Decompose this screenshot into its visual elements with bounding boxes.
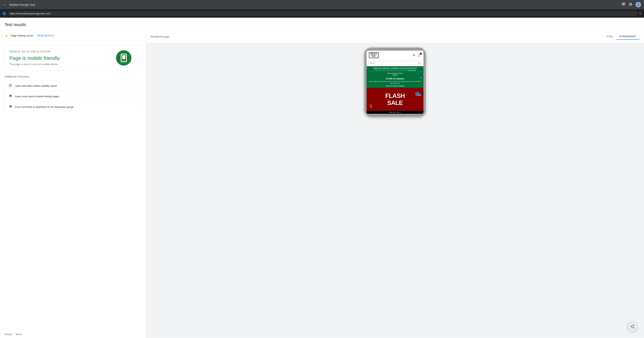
resource-text-discuss: Post comments or questions to our discus… bbox=[15, 106, 73, 108]
dicks-search: 🔍 bbox=[368, 61, 422, 65]
right-panel: Rendered page HTML SCREENSHOT DICK'S SPO… bbox=[146, 30, 644, 338]
resource-text-learn: Learn more about mobile-friendly pages bbox=[15, 95, 59, 98]
svg-rect-3 bbox=[122, 55, 125, 59]
toolbar: ← Mobile-Friendly Test bbox=[0, 0, 644, 9]
learn-more-link[interactable]: LEARN MORE bbox=[408, 69, 416, 71]
url-input[interactable] bbox=[8, 11, 638, 16]
cart-icon[interactable]: 🛒 0 bbox=[417, 53, 421, 57]
flash-person: 🏃 bbox=[368, 104, 374, 109]
phone-device: DICK'S SPORTING GOODS ☰ 🛒 0 bbox=[364, 48, 426, 117]
learn-icon bbox=[9, 94, 12, 98]
back-button[interactable]: ← bbox=[3, 2, 7, 7]
content-split: Page loading issues VIEW DETAILS Tested … bbox=[0, 30, 644, 338]
page-footer: Privacy Terms bbox=[0, 331, 26, 338]
phone-area: DICK'S SPORTING GOODS ☰ 🛒 0 bbox=[146, 43, 644, 338]
resource-list: Open site-wide mobile usability report L… bbox=[4, 80, 141, 112]
dicks-shipping-banner: FREE SHIPPING ON $49+ DETAILS bbox=[366, 72, 424, 76]
left-panel: Page loading issues VIEW DETAILS Tested … bbox=[0, 30, 146, 338]
result-status: Page is mobile friendly bbox=[10, 55, 102, 61]
resource-item-discuss[interactable]: Post comments or questions to our discus… bbox=[5, 102, 141, 112]
flash-sale-title: FLASH SALE bbox=[385, 92, 405, 106]
page-title: Test results bbox=[4, 22, 640, 30]
dicks-search-icon[interactable]: 🔍 bbox=[418, 62, 420, 64]
result-description: This page is easy to use on a mobile dev… bbox=[10, 63, 102, 66]
toolbar-icons bbox=[622, 2, 641, 7]
page-header: Test results bbox=[0, 18, 644, 30]
phone-screen: DICK'S SPORTING GOODS ☰ 🛒 0 bbox=[366, 51, 424, 114]
rendered-header: Rendered page HTML SCREENSHOT bbox=[146, 30, 644, 43]
rendered-page-title: Rendered page bbox=[151, 35, 169, 38]
svg-point-0 bbox=[638, 3, 639, 4]
flash-shoe: 👟 bbox=[415, 89, 422, 96]
resource-item-usability[interactable]: Open site-wide mobile usability report bbox=[5, 81, 141, 91]
dicks-header: DICK'S SPORTING GOODS ☰ 🛒 0 bbox=[366, 51, 424, 60]
dicks-logo: DICK'S SPORTING GOODS bbox=[369, 52, 378, 58]
additional-resources: Additional resources Open site-wide mobi… bbox=[4, 75, 141, 112]
view-details-link[interactable]: VIEW DETAILS bbox=[37, 34, 54, 37]
covid-title: COVID-19 Updates bbox=[368, 77, 422, 80]
alert-text: Page loading issues bbox=[11, 34, 33, 37]
apps-icon[interactable] bbox=[629, 2, 632, 7]
dicks-flash-sale: 🏃 FLASH SALE 👟 bbox=[366, 88, 424, 111]
mobile-friendly-icon bbox=[116, 50, 132, 66]
cart-badge: 0 bbox=[420, 53, 422, 55]
additional-resources-title: Additional resources bbox=[4, 75, 141, 78]
dicks-curbside-banner: ORDER ANYTIME WITH CURBSIDE CONTACTLESS … bbox=[366, 66, 424, 72]
resource-text-usability: Open site-wide mobile usability report bbox=[15, 84, 57, 87]
result-icon-area bbox=[106, 45, 141, 70]
toolbar-title: Mobile-Friendly Test bbox=[9, 3, 620, 6]
result-card: Tested on: Jun 11, 2020 at 12:15 AM Page… bbox=[4, 45, 141, 70]
result-info: Tested on: Jun 11, 2020 at 12:15 AM Page… bbox=[5, 45, 106, 70]
covid-close-button[interactable]: ✕ bbox=[420, 77, 422, 79]
dicks-covid-banner: ✕ COVID-19 Updates Order anytime with cu… bbox=[366, 76, 424, 88]
url-bar: 🌐 ↻ bbox=[0, 9, 644, 18]
hamburger-icon[interactable]: ☰ bbox=[413, 53, 415, 57]
covid-text: Order anytime with curbside contactless … bbox=[368, 81, 422, 84]
dicks-one-day: ONE DAY ONLY bbox=[366, 111, 424, 114]
covid-link[interactable]: Details and Further Information bbox=[368, 85, 422, 86]
resource-item-learn[interactable]: Learn more about mobile-friendly pages bbox=[5, 91, 141, 102]
discuss-icon bbox=[9, 105, 12, 109]
tab-html[interactable]: HTML bbox=[604, 33, 616, 40]
warning-icon bbox=[4, 33, 8, 37]
terms-link[interactable]: Terms bbox=[15, 333, 22, 336]
result-date: Tested on: Jun 11, 2020 at 12:15 AM bbox=[10, 50, 102, 53]
dicks-search-input[interactable] bbox=[370, 62, 418, 64]
main-content: Test results Page loading issues VIEW DE… bbox=[0, 18, 644, 338]
alert-bar: Page loading issues VIEW DETAILS bbox=[0, 30, 146, 41]
globe-icon: 🌐 bbox=[2, 12, 6, 15]
share-fab[interactable] bbox=[627, 321, 638, 332]
privacy-link[interactable]: Privacy bbox=[4, 333, 12, 336]
curbside-title: ORDER ANYTIME WITH CURBSIDE CONTACTLESS … bbox=[368, 67, 422, 69]
feedback-icon[interactable] bbox=[622, 2, 626, 7]
tab-buttons: HTML SCREENSHOT bbox=[604, 33, 640, 40]
svg-point-2 bbox=[123, 60, 124, 61]
avatar[interactable] bbox=[636, 2, 641, 7]
refresh-icon[interactable]: ↻ bbox=[639, 12, 642, 15]
curbside-sub: HOURS VARY. CHECK THE STATUS OF YOUR LOC… bbox=[368, 69, 422, 71]
report-icon bbox=[9, 84, 12, 88]
dicks-nav-icons: ☰ 🛒 0 bbox=[413, 53, 421, 57]
tab-screenshot[interactable]: SCREENSHOT bbox=[616, 33, 640, 40]
